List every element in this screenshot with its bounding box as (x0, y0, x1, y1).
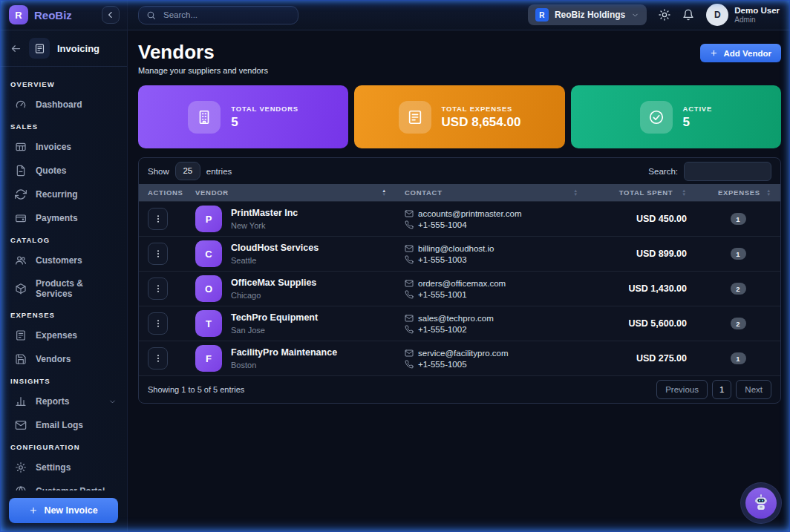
sidebar-collapse-button[interactable] (102, 6, 120, 24)
sidebar-item-settings[interactable]: Settings (0, 456, 127, 479)
sort-icon: ▲▼ (682, 189, 687, 196)
vendor-name: CloudHost Services (231, 243, 319, 254)
chatbot-button[interactable] (741, 483, 781, 523)
sidebar-item-vendors[interactable]: Vendors (0, 347, 127, 371)
column-header-contact[interactable]: CONTACT ▲▼ (396, 184, 587, 201)
sidebar: Invoicing OVERVIEW Dashboard SALES Invoi… (0, 30, 128, 532)
table-search-input[interactable] (684, 162, 771, 181)
column-header-vendor[interactable]: VENDOR ▲▼ (186, 184, 396, 201)
new-invoice-button[interactable]: New Invoice (9, 498, 118, 523)
vendor-phone: +1-555-1002 (418, 325, 467, 334)
expense-count-badge: 2 (731, 283, 746, 295)
module-title: Invoicing (57, 43, 99, 54)
kebab-icon (153, 318, 163, 329)
vendor-phone: +1-555-1001 (418, 290, 467, 299)
sidebar-item-products-services[interactable]: Products & Services (0, 272, 127, 305)
row-actions-button[interactable] (148, 312, 168, 335)
vendor-total-spent: USD 5,600.00 (587, 318, 696, 329)
building-icon (188, 101, 221, 134)
vendor-city: Seattle (231, 256, 319, 265)
back-button[interactable] (10, 43, 22, 54)
tenant-switcher[interactable]: R ReoBiz Holdings (528, 4, 647, 25)
sidebar-item-recurring[interactable]: Recurring (0, 183, 127, 206)
row-actions-button[interactable] (148, 208, 168, 230)
sidebar-item-label: Payments (36, 213, 117, 223)
previous-page-button[interactable]: Previous (656, 380, 708, 399)
user-menu[interactable]: D Demo User Admin (706, 4, 780, 26)
mail-icon (405, 244, 414, 253)
row-actions-button[interactable] (148, 243, 168, 265)
sidebar-section: CONFIGURATION Settings Customer Portal (0, 437, 127, 490)
vendors-table-card: Show 25 entries Search: ACTIONS VENDOR ▲… (138, 157, 781, 404)
table-footer-info: Showing 1 to 5 of 5 entries (148, 385, 244, 394)
vendor-city: Boston (231, 361, 337, 370)
row-actions-button[interactable] (148, 347, 168, 370)
sidebar-item-label: Quotes (36, 165, 117, 176)
table-row: P PrintMaster Inc New York accounts@prin… (139, 201, 780, 236)
stat-value: 5 (231, 115, 298, 130)
box-icon (15, 283, 27, 295)
vendor-email: service@facilitypro.com (418, 349, 509, 358)
entries-label: entries (206, 167, 232, 176)
sidebar-item-invoices[interactable]: Invoices (0, 135, 127, 159)
app-logo: R (9, 5, 28, 24)
new-invoice-label: New Invoice (44, 505, 97, 516)
sidebar-item-label: Recurring (36, 189, 117, 200)
sidebar-section-label: EXPENSES (0, 305, 127, 324)
plus-icon (710, 49, 718, 57)
global-search-input[interactable] (162, 10, 290, 20)
chevron-down-icon (108, 398, 117, 406)
table-footer: Showing 1 to 5 of 5 entries Previous 1 N… (139, 375, 780, 403)
sidebar-item-customer-portal[interactable]: Customer Portal (0, 479, 127, 490)
column-header-total-spent[interactable]: TOTAL SPENT ▲▼ (587, 184, 696, 201)
column-header-actions[interactable]: ACTIONS (139, 184, 186, 201)
chevron-left-icon (105, 10, 116, 20)
add-vendor-button[interactable]: Add Vendor (700, 44, 781, 62)
sidebar-section: SALES Invoices Quotes Recurring Payments (0, 116, 127, 230)
global-search[interactable] (138, 6, 298, 24)
page-header: Vendors Manage your suppliers and vendor… (138, 41, 781, 75)
bell-icon (682, 9, 694, 21)
vendor-email: billing@cloudhost.io (418, 244, 494, 253)
theme-toggle-button[interactable] (659, 9, 670, 21)
vendor-name: PrintMaster Inc (231, 208, 298, 219)
mail-icon (405, 314, 414, 323)
sidebar-item-email-logs[interactable]: Email Logs (0, 413, 127, 437)
vendor-phone: +1-555-1003 (418, 255, 467, 264)
next-page-button[interactable]: Next (736, 380, 771, 399)
arrow-left-icon (10, 43, 22, 54)
vendor-avatar: F (195, 345, 222, 372)
sidebar-section-label: SALES (0, 116, 127, 135)
sidebar-section: CATALOG Customers Products & Services (0, 230, 127, 305)
phone-icon (405, 255, 414, 264)
sidebar-item-payments[interactable]: Payments (0, 206, 127, 230)
sidebar-item-label: Email Logs (36, 420, 117, 430)
stat-card-total-vendors: TOTAL VENDORS 5 (138, 85, 348, 148)
sidebar-item-quotes[interactable]: Quotes (0, 159, 127, 183)
file-icon (15, 165, 27, 177)
sidebar-item-dashboard[interactable]: Dashboard (0, 93, 127, 116)
vendor-total-spent: USD 1,430.00 (587, 283, 696, 294)
invoicing-module-icon (29, 38, 50, 59)
row-actions-button[interactable] (148, 278, 168, 300)
main-content: Vendors Manage your suppliers and vendor… (128, 30, 790, 532)
sidebar-item-expenses[interactable]: Expenses (0, 324, 127, 347)
brand-bar: R ReoBiz (0, 0, 128, 30)
chevron-down-icon (631, 11, 639, 19)
check-circle-icon (640, 101, 673, 134)
chart-icon (15, 395, 27, 407)
column-header-expenses[interactable]: EXPENSES ▲▼ (696, 184, 780, 201)
mail-icon (405, 349, 414, 358)
mail-icon (405, 279, 414, 288)
notifications-button[interactable] (682, 9, 694, 21)
tenant-logo: R (535, 8, 549, 22)
vendor-email: orders@officemax.com (418, 279, 506, 288)
sidebar-item-customers[interactable]: Customers (0, 249, 127, 272)
page-number-button[interactable]: 1 (712, 380, 731, 399)
vendor-avatar: T (195, 310, 222, 337)
table-controls: Show 25 entries Search: (139, 158, 780, 184)
sidebar-item-reports[interactable]: Reports (0, 390, 127, 413)
refresh-icon (15, 188, 27, 200)
sidebar-item-label: Reports (36, 396, 99, 407)
page-size-select[interactable]: 25 (175, 162, 200, 180)
